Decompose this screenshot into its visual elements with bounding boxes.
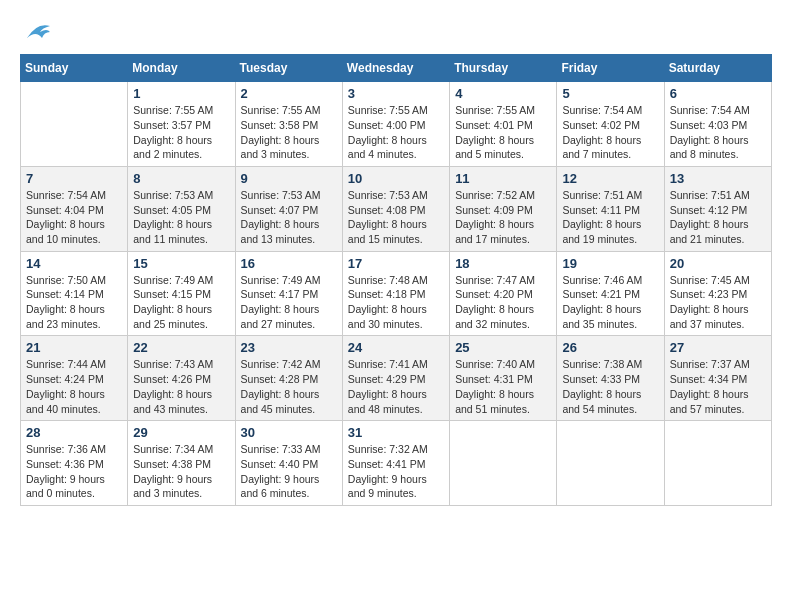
day-number: 16 [241,256,337,271]
day-info: Sunrise: 7:38 AM Sunset: 4:33 PM Dayligh… [562,357,658,416]
day-info: Sunrise: 7:34 AM Sunset: 4:38 PM Dayligh… [133,442,229,501]
day-info: Sunrise: 7:49 AM Sunset: 4:17 PM Dayligh… [241,273,337,332]
weekday-header: Friday [557,55,664,82]
day-info: Sunrise: 7:40 AM Sunset: 4:31 PM Dayligh… [455,357,551,416]
day-info: Sunrise: 7:55 AM Sunset: 3:57 PM Dayligh… [133,103,229,162]
calendar-cell: 12Sunrise: 7:51 AM Sunset: 4:11 PM Dayli… [557,166,664,251]
day-number: 7 [26,171,122,186]
calendar-table: SundayMondayTuesdayWednesdayThursdayFrid… [20,54,772,506]
calendar-week-row: 7Sunrise: 7:54 AM Sunset: 4:04 PM Daylig… [21,166,772,251]
day-number: 3 [348,86,444,101]
calendar-cell [450,421,557,506]
day-info: Sunrise: 7:54 AM Sunset: 4:02 PM Dayligh… [562,103,658,162]
calendar-cell: 10Sunrise: 7:53 AM Sunset: 4:08 PM Dayli… [342,166,449,251]
weekday-header: Wednesday [342,55,449,82]
calendar-cell: 23Sunrise: 7:42 AM Sunset: 4:28 PM Dayli… [235,336,342,421]
calendar-cell: 21Sunrise: 7:44 AM Sunset: 4:24 PM Dayli… [21,336,128,421]
calendar-cell: 18Sunrise: 7:47 AM Sunset: 4:20 PM Dayli… [450,251,557,336]
day-info: Sunrise: 7:37 AM Sunset: 4:34 PM Dayligh… [670,357,766,416]
calendar-cell: 28Sunrise: 7:36 AM Sunset: 4:36 PM Dayli… [21,421,128,506]
calendar-week-row: 1Sunrise: 7:55 AM Sunset: 3:57 PM Daylig… [21,82,772,167]
day-info: Sunrise: 7:49 AM Sunset: 4:15 PM Dayligh… [133,273,229,332]
day-number: 18 [455,256,551,271]
calendar-cell: 24Sunrise: 7:41 AM Sunset: 4:29 PM Dayli… [342,336,449,421]
weekday-header: Monday [128,55,235,82]
calendar-cell: 17Sunrise: 7:48 AM Sunset: 4:18 PM Dayli… [342,251,449,336]
day-number: 5 [562,86,658,101]
day-info: Sunrise: 7:33 AM Sunset: 4:40 PM Dayligh… [241,442,337,501]
weekday-header: Thursday [450,55,557,82]
day-number: 30 [241,425,337,440]
calendar-cell: 6Sunrise: 7:54 AM Sunset: 4:03 PM Daylig… [664,82,771,167]
logo [20,20,52,44]
calendar-cell: 16Sunrise: 7:49 AM Sunset: 4:17 PM Dayli… [235,251,342,336]
day-number: 11 [455,171,551,186]
day-number: 8 [133,171,229,186]
day-info: Sunrise: 7:42 AM Sunset: 4:28 PM Dayligh… [241,357,337,416]
day-number: 2 [241,86,337,101]
calendar-cell: 8Sunrise: 7:53 AM Sunset: 4:05 PM Daylig… [128,166,235,251]
calendar-cell: 20Sunrise: 7:45 AM Sunset: 4:23 PM Dayli… [664,251,771,336]
day-number: 12 [562,171,658,186]
day-info: Sunrise: 7:44 AM Sunset: 4:24 PM Dayligh… [26,357,122,416]
day-info: Sunrise: 7:43 AM Sunset: 4:26 PM Dayligh… [133,357,229,416]
day-number: 24 [348,340,444,355]
calendar-cell: 2Sunrise: 7:55 AM Sunset: 3:58 PM Daylig… [235,82,342,167]
day-number: 10 [348,171,444,186]
calendar-cell: 3Sunrise: 7:55 AM Sunset: 4:00 PM Daylig… [342,82,449,167]
day-info: Sunrise: 7:41 AM Sunset: 4:29 PM Dayligh… [348,357,444,416]
day-number: 14 [26,256,122,271]
day-info: Sunrise: 7:45 AM Sunset: 4:23 PM Dayligh… [670,273,766,332]
day-number: 15 [133,256,229,271]
day-number: 4 [455,86,551,101]
calendar-cell: 14Sunrise: 7:50 AM Sunset: 4:14 PM Dayli… [21,251,128,336]
day-number: 17 [348,256,444,271]
day-info: Sunrise: 7:52 AM Sunset: 4:09 PM Dayligh… [455,188,551,247]
weekday-header: Sunday [21,55,128,82]
day-number: 6 [670,86,766,101]
day-info: Sunrise: 7:55 AM Sunset: 4:01 PM Dayligh… [455,103,551,162]
day-info: Sunrise: 7:55 AM Sunset: 4:00 PM Dayligh… [348,103,444,162]
calendar-cell: 11Sunrise: 7:52 AM Sunset: 4:09 PM Dayli… [450,166,557,251]
day-number: 1 [133,86,229,101]
weekday-header: Tuesday [235,55,342,82]
day-info: Sunrise: 7:53 AM Sunset: 4:07 PM Dayligh… [241,188,337,247]
calendar-cell: 13Sunrise: 7:51 AM Sunset: 4:12 PM Dayli… [664,166,771,251]
day-number: 23 [241,340,337,355]
day-number: 28 [26,425,122,440]
calendar-cell: 29Sunrise: 7:34 AM Sunset: 4:38 PM Dayli… [128,421,235,506]
page-header [20,20,772,44]
calendar-cell [664,421,771,506]
calendar-cell [21,82,128,167]
calendar-cell [557,421,664,506]
calendar-cell: 15Sunrise: 7:49 AM Sunset: 4:15 PM Dayli… [128,251,235,336]
calendar-cell: 1Sunrise: 7:55 AM Sunset: 3:57 PM Daylig… [128,82,235,167]
day-number: 19 [562,256,658,271]
day-number: 25 [455,340,551,355]
day-number: 21 [26,340,122,355]
calendar-cell: 7Sunrise: 7:54 AM Sunset: 4:04 PM Daylig… [21,166,128,251]
calendar-cell: 31Sunrise: 7:32 AM Sunset: 4:41 PM Dayli… [342,421,449,506]
calendar-cell: 19Sunrise: 7:46 AM Sunset: 4:21 PM Dayli… [557,251,664,336]
calendar-cell: 30Sunrise: 7:33 AM Sunset: 4:40 PM Dayli… [235,421,342,506]
day-info: Sunrise: 7:50 AM Sunset: 4:14 PM Dayligh… [26,273,122,332]
day-number: 13 [670,171,766,186]
calendar-week-row: 14Sunrise: 7:50 AM Sunset: 4:14 PM Dayli… [21,251,772,336]
day-info: Sunrise: 7:32 AM Sunset: 4:41 PM Dayligh… [348,442,444,501]
day-info: Sunrise: 7:36 AM Sunset: 4:36 PM Dayligh… [26,442,122,501]
calendar-header-row: SundayMondayTuesdayWednesdayThursdayFrid… [21,55,772,82]
day-info: Sunrise: 7:54 AM Sunset: 4:04 PM Dayligh… [26,188,122,247]
day-number: 29 [133,425,229,440]
calendar-cell: 9Sunrise: 7:53 AM Sunset: 4:07 PM Daylig… [235,166,342,251]
day-info: Sunrise: 7:53 AM Sunset: 4:05 PM Dayligh… [133,188,229,247]
day-number: 26 [562,340,658,355]
day-number: 20 [670,256,766,271]
calendar-cell: 25Sunrise: 7:40 AM Sunset: 4:31 PM Dayli… [450,336,557,421]
calendar-week-row: 28Sunrise: 7:36 AM Sunset: 4:36 PM Dayli… [21,421,772,506]
day-number: 9 [241,171,337,186]
day-info: Sunrise: 7:55 AM Sunset: 3:58 PM Dayligh… [241,103,337,162]
calendar-cell: 4Sunrise: 7:55 AM Sunset: 4:01 PM Daylig… [450,82,557,167]
calendar-cell: 27Sunrise: 7:37 AM Sunset: 4:34 PM Dayli… [664,336,771,421]
weekday-header: Saturday [664,55,771,82]
day-number: 27 [670,340,766,355]
